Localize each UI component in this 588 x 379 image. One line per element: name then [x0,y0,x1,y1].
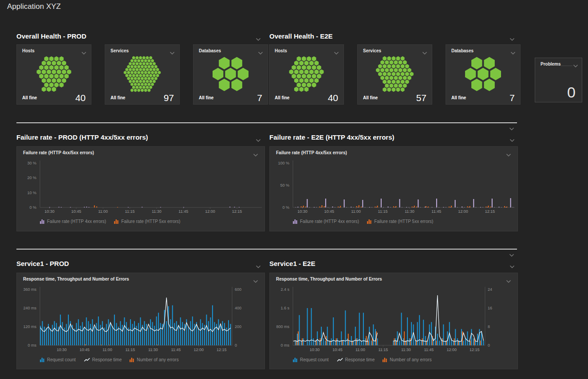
hexagon[interactable] [148,82,151,86]
chevron-down-icon[interactable] [509,136,515,140]
hexagon[interactable] [126,68,129,71]
health-tile-prod-services[interactable]: Services All fine 97 [105,44,180,105]
hexagon[interactable] [299,87,304,92]
hexagon[interactable] [401,87,405,92]
legend-item[interactable]: Number of any errors [130,357,178,362]
hexagon[interactable] [407,76,411,80]
hexagon[interactable] [137,59,140,63]
hexagon[interactable] [146,86,149,89]
hexagon[interactable] [54,65,59,70]
hexagon[interactable] [148,59,151,63]
hexagon[interactable] [130,71,134,74]
hexagon[interactable] [299,78,304,83]
hexagon[interactable] [136,80,139,83]
hexagon[interactable] [401,72,405,76]
hexagon[interactable] [141,59,144,63]
hexagon[interactable] [146,74,149,78]
hexagon[interactable] [132,62,135,66]
hexagon[interactable] [139,68,142,71]
hexagon[interactable] [396,87,400,92]
hexagon[interactable] [392,72,396,76]
hexagon[interactable] [132,68,135,71]
hexagon[interactable] [231,78,242,91]
honeycomb-chart[interactable] [362,55,428,93]
hexagon[interactable] [392,80,396,84]
hexagon[interactable] [399,68,403,72]
hexagon[interactable] [390,76,394,80]
hexagon[interactable] [385,60,389,65]
legend-item[interactable]: Failure rate (HTTP 4xx errors) [293,219,359,224]
hexagon[interactable] [124,71,127,74]
hexagon[interactable] [64,74,69,78]
chart-plot[interactable] [270,273,517,370]
chart-tile-failure-prod[interactable]: Failure rate (HTTP 4xx/5xx errors) 30 %2… [16,146,265,231]
hexagon[interactable] [139,86,142,89]
hexagon[interactable] [225,68,236,80]
hexagon[interactable] [314,78,319,83]
chevron-down-icon[interactable] [256,262,261,266]
hexagon[interactable] [144,65,147,69]
chart-tile-service-e2e[interactable]: Response time, Throughput and Number of … [269,273,518,369]
hexagon[interactable] [141,65,144,69]
hexagon[interactable] [127,65,130,69]
hexagon[interactable] [297,74,301,78]
hexagon[interactable] [405,72,409,76]
hexagon[interactable] [403,60,407,65]
legend-item[interactable]: Response time [84,357,122,362]
hexagon[interactable] [130,59,134,63]
hexagon[interactable] [136,68,139,71]
hexagon[interactable] [134,65,137,69]
hexagon[interactable] [42,87,46,92]
health-tile-e2e-services[interactable]: Services All fine 57 [357,44,432,105]
hexagon[interactable] [54,82,59,87]
hexagon[interactable] [134,59,137,63]
hexagon[interactable] [52,61,56,66]
hexagon[interactable] [127,77,130,80]
hexagon[interactable] [139,74,142,78]
legend-item[interactable]: Request count [293,357,329,362]
hexagon[interactable] [401,64,405,68]
hexagon[interactable] [297,82,301,87]
chevron-down-icon[interactable] [256,35,261,39]
hexagon[interactable] [484,57,494,69]
chevron-down-icon[interactable] [258,49,263,52]
hexagon[interactable] [394,83,398,88]
hexagon[interactable] [294,61,299,66]
hexagon[interactable] [127,71,130,74]
hexagon[interactable] [380,68,384,72]
hexagon[interactable] [59,82,64,87]
hexagon[interactable] [307,82,311,87]
hexagon[interactable] [307,56,311,61]
hexagon[interactable] [392,64,396,68]
hexagon[interactable] [238,68,249,80]
hexagon[interactable] [37,69,41,74]
hexagon[interactable] [213,68,223,80]
hexagon[interactable] [294,69,299,74]
hexagon[interactable] [385,83,389,88]
hexagon[interactable] [62,78,66,83]
chart-tile-service-prod[interactable]: Response time, Throughput and Number of … [16,273,265,369]
hexagon[interactable] [154,71,158,74]
hexagon[interactable] [134,82,137,86]
chevron-down-icon[interactable] [422,49,427,52]
hexagon[interactable] [59,65,64,70]
hexagon[interactable] [54,56,59,61]
hexagon[interactable] [317,74,321,78]
hexagon[interactable] [141,89,144,92]
honeycomb-chart[interactable] [197,55,264,93]
hexagon[interactable] [309,61,314,66]
hexagon[interactable] [383,80,387,84]
hexagon[interactable] [39,65,43,70]
hexagon[interactable] [380,76,384,80]
hexagon[interactable] [153,68,156,71]
hexagon[interactable] [312,65,316,70]
hexagon[interactable] [42,61,46,66]
hexagon[interactable] [392,56,396,61]
hexagon[interactable] [302,65,306,70]
hexagon[interactable] [153,74,156,78]
hexagon[interactable] [47,61,51,66]
hexagon[interactable] [132,74,135,78]
hexagon[interactable] [149,86,152,89]
hexagon[interactable] [142,80,146,83]
hexagon[interactable] [146,56,149,60]
